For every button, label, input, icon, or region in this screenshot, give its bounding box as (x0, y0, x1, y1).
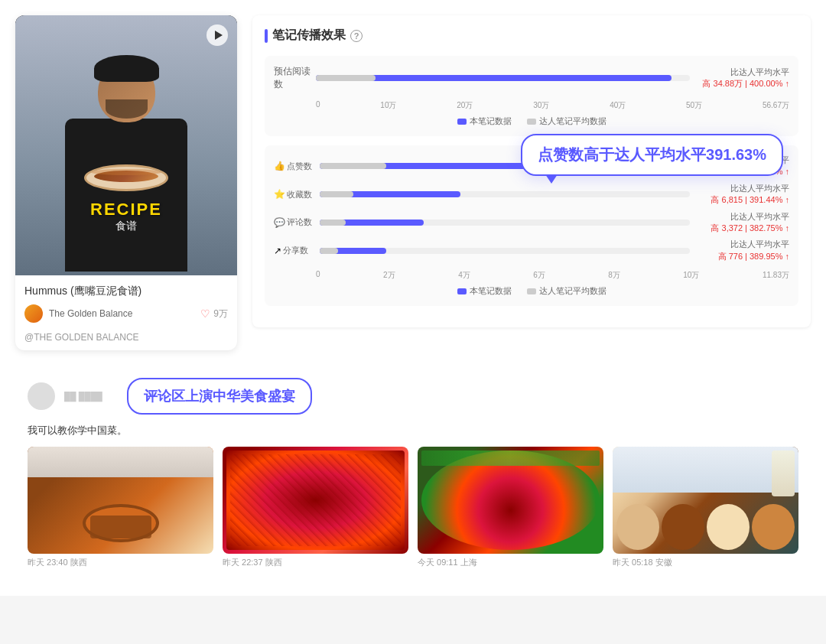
comments-bar-container (320, 216, 690, 229)
x-10: 10万 (380, 100, 396, 111)
food-image-2[interactable] (223, 447, 408, 554)
comments-label: 评论数 (287, 216, 312, 228)
favorites-compare-label: 比达人平均水平 (698, 183, 789, 194)
shares-stat-right: 比达人平均水平 高 776 | 389.95% ↑ (698, 239, 789, 262)
commenter-avatar (28, 382, 55, 410)
account-tag: @THE GOLDEN BALANCE (15, 332, 237, 350)
food-timestamp-2: 昨天 22:37 陕西 (223, 557, 408, 568)
post-card[interactable]: RECIPE 食谱 Hummus (鹰嘴豆泥食谱) The Golden Bal… (15, 15, 237, 350)
legend-main: 本笔记数据 (457, 115, 512, 127)
x-40: 40万 (610, 100, 626, 111)
favorites-stat-right: 比达人平均水平 高 6,815 | 391.44% ↑ (698, 183, 789, 207)
reads-bar-track (316, 75, 690, 81)
food-images-grid: 昨天 23:40 陕西 昨天 22:37 陕西 今天 09:11 上海 (28, 447, 798, 568)
favorites-chart-row: ⭐ 收藏数 比达人平均水平 高 6,815 | 391.44% ↑ (274, 183, 789, 207)
favorites-icon: ⭐ (274, 189, 285, 200)
eng-x-8: 8万 (608, 270, 620, 281)
reads-label: 预估阅读数 (274, 65, 316, 91)
comment-bubble: 评论区上演中华美食盛宴 (127, 378, 312, 415)
likes-icon: 👍 (274, 161, 285, 171)
food-image-1[interactable] (28, 447, 213, 554)
favorites-bar-avg (320, 191, 353, 197)
food-image-item-1: 昨天 23:40 陕西 (28, 447, 213, 568)
top-section: RECIPE 食谱 Hummus (鹰嘴豆泥食谱) The Golden Bal… (15, 15, 811, 350)
legend-main-dot (457, 119, 467, 125)
likes-bar-avg (320, 163, 386, 169)
author-left: The Golden Balance (24, 304, 132, 323)
recipe-badge: RECIPE 食谱 (90, 200, 162, 233)
recipe-label: RECIPE (90, 200, 162, 220)
eng-x-6: 6万 (533, 270, 545, 281)
food-image-item-2: 昨天 22:37 陕西 (223, 447, 408, 568)
shares-chart-row: ↗ 分享数 比达人平均水平 高 776 | 389.95% ↑ (274, 239, 789, 262)
eng-x-max: 11.83万 (763, 270, 789, 281)
like-count: ♡ 9万 (200, 307, 228, 320)
comments-bar-avg (320, 220, 346, 226)
shares-bar-avg (320, 248, 338, 254)
comments-icon: 💬 (274, 217, 285, 228)
comment-header: ██ ████ 评论区上演中华美食盛宴 (28, 378, 798, 415)
x-50: 50万 (686, 100, 702, 111)
x-max: 56.67万 (763, 100, 789, 111)
engagement-x-axis: 0 2万 4万 6万 8万 10万 11.83万 (274, 267, 789, 281)
legend-main-label: 本笔记数据 (470, 115, 512, 127)
post-info: Hummus (鹰嘴豆泥食谱) The Golden Balance ♡ 9万 (15, 275, 237, 332)
food-timestamp-1: 昨天 23:40 陕西 (28, 557, 213, 568)
author-name: The Golden Balance (49, 308, 132, 319)
stats-title-text: 笔记传播效果 (272, 28, 346, 44)
legend-avg-label: 达人笔记平均数据 (539, 115, 606, 127)
comment-text: 我可以教你学中国菜。 (28, 424, 798, 437)
post-thumbnail[interactable]: RECIPE 食谱 (15, 15, 237, 275)
x-20: 20万 (457, 100, 473, 111)
eng-legend-avg: 达人笔记平均数据 (527, 285, 606, 297)
x-0: 0 (316, 100, 320, 111)
shares-label-group: ↗ 分享数 (274, 245, 320, 256)
play-button[interactable] (206, 24, 228, 46)
food-image-item-4: 昨天 05:18 安徽 (613, 447, 798, 568)
eng-x-10: 10万 (683, 270, 699, 281)
reads-compare-label: 比达人平均水平 (698, 67, 789, 78)
comments-chart-row: 💬 评论数 比达人平均水平 高 3,372 | 382.75% ↑ (274, 211, 789, 235)
shares-bar-track (320, 248, 690, 254)
bottom-section: ██ ████ 评论区上演中华美食盛宴 我可以教你学中国菜。 昨天 23:40 … (15, 366, 811, 581)
engagement-chart-section: 点赞数高于达人平均水平391.63% 👍 点赞数 (265, 145, 798, 306)
recipe-zh-label: 食谱 (90, 220, 162, 233)
shares-bar-container (320, 245, 690, 257)
tooltip-bubble: 点赞数高于达人平均水平391.63% (521, 134, 783, 176)
engagement-legend: 本笔记数据 达人笔记平均数据 (274, 285, 789, 297)
favorites-label-group: ⭐ 收藏数 (274, 189, 320, 200)
eng-legend-avg-dot (527, 288, 536, 294)
reads-bar-avg (316, 75, 376, 81)
comments-stat-right: 比达人平均水平 高 3,372 | 382.75% ↑ (698, 211, 789, 235)
comments-label-group: 💬 评论数 (274, 216, 320, 228)
reads-arrow: ↑ (785, 79, 790, 88)
legend-avg: 达人笔记平均数据 (527, 115, 606, 127)
reads-legend: 本笔记数据 达人笔记平均数据 (274, 115, 789, 127)
blurred-username: ██ ████ (64, 392, 102, 401)
post-author: The Golden Balance ♡ 9万 (24, 304, 228, 323)
stats-panel: 笔记传播效果 ? 预估阅读数 (252, 15, 811, 327)
help-icon[interactable]: ? (350, 30, 363, 42)
like-number: 9万 (213, 307, 228, 320)
reads-x-axis: 0 10万 20万 30万 40万 50万 56.67万 (274, 97, 789, 111)
eng-x-0: 0 (316, 270, 320, 281)
shares-icon: ↗ (274, 246, 281, 256)
shares-label: 分享数 (283, 245, 308, 256)
reads-compare-value: 高 34.88万 | 400.00% ↑ (698, 78, 789, 89)
favorites-compare-value: 高 6,815 | 391.44% ↑ (698, 194, 789, 206)
eng-legend-main: 本笔记数据 (457, 285, 512, 297)
food-image-4[interactable] (613, 447, 798, 554)
shares-compare-value: 高 776 | 389.95% ↑ (698, 251, 789, 262)
likes-label: 点赞数 (287, 161, 312, 172)
food-image-item-3: 今天 09:11 上海 (418, 447, 603, 568)
food-timestamp-4: 昨天 05:18 安徽 (613, 557, 798, 568)
likes-label-group: 👍 点赞数 (274, 161, 320, 172)
legend-avg-dot (527, 119, 536, 125)
tooltip-text: 点赞数高于达人平均水平391.63% (538, 146, 766, 163)
food-image-3[interactable] (418, 447, 603, 554)
favorites-bar-container (320, 188, 690, 200)
favorites-bar-track (320, 191, 690, 197)
eng-x-4: 4万 (458, 270, 470, 281)
eng-legend-main-dot (457, 288, 467, 294)
comments-bar-track (320, 220, 690, 226)
